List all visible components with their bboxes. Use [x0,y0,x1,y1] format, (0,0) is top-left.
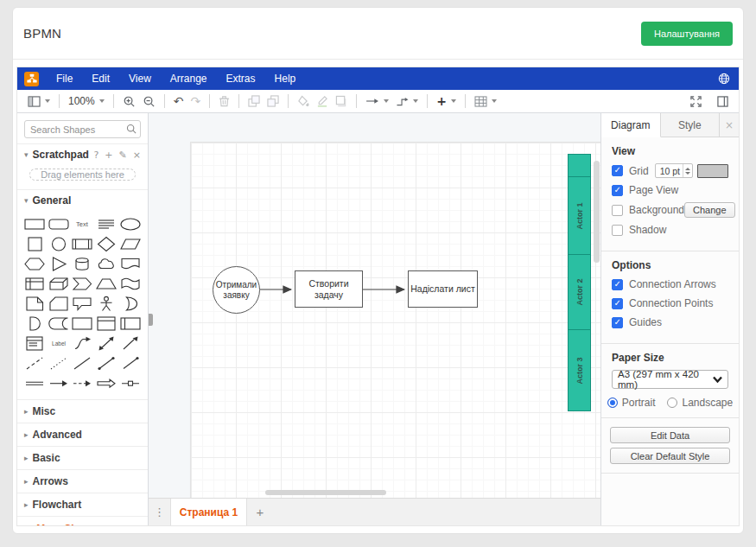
connection-points-checkbox[interactable] [612,298,623,309]
page-tab-1[interactable]: Страница 1 [171,499,247,525]
settings-button[interactable]: Налаштування [641,22,733,46]
tab-diagram[interactable]: Diagram [601,113,661,137]
guides-checkbox[interactable] [612,317,623,328]
scratchpad-close-icon[interactable]: × [133,149,141,161]
fill-color-button[interactable] [294,93,313,109]
shape-label-icon[interactable]: Label [47,334,71,353]
menu-arrange[interactable]: Arrange [161,67,217,90]
lane-actor-1[interactable]: Actor 1 [568,177,591,255]
shape-window-icon[interactable] [94,314,118,333]
panel-close-icon[interactable]: × [720,113,739,137]
more-shapes-button[interactable]: + More Shapes... [17,516,148,525]
landscape-radio[interactable]: Landscape [667,397,733,409]
shape-arrow-icon[interactable] [47,373,71,392]
connection-arrows-checkbox[interactable] [612,279,623,290]
shape-triangle-icon[interactable] [47,254,71,273]
shape-dashed-line-icon[interactable] [22,353,47,372]
page-view-checkbox[interactable] [612,185,623,196]
shape-container-icon[interactable] [71,314,95,333]
sidebar-section-flowchart[interactable]: ▸Flowchart [17,493,148,516]
lane-actor-3[interactable]: Actor 3 [568,330,591,411]
paper-size-select[interactable]: A3 (297 mm x 420 mm) [612,370,728,389]
shape-parallelogram-icon[interactable] [118,234,143,253]
shape-dashed-arrow-icon[interactable] [71,373,95,392]
add-page-button[interactable]: + [247,499,273,525]
delete-button[interactable] [215,93,233,109]
general-section-header[interactable]: ▾ General [17,189,148,211]
menu-edit[interactable]: Edit [82,67,119,90]
search-shapes-input[interactable] [24,120,141,138]
shape-internal-storage-icon[interactable] [22,274,47,293]
menu-file[interactable]: File [47,67,82,90]
shape-square-icon[interactable] [22,234,47,253]
shape-rounded-rectangle-icon[interactable] [47,214,71,233]
zoom-in-button[interactable] [119,93,139,110]
shape-data-storage-icon[interactable] [47,314,71,333]
shape-tape-icon[interactable] [118,274,143,293]
shape-connector-icon[interactable] [118,373,143,392]
view-panels-button[interactable] [24,94,54,109]
swimlane-pool[interactable]: Actor 1 Actor 2 Actor 3 [568,154,591,411]
drawing-canvas[interactable]: Отримали заявку Створити задачу Надіслат… [149,113,600,498]
pool-title-bar[interactable] [568,154,591,177]
shape-note-icon[interactable] [22,294,47,313]
shadow-checkbox[interactable] [612,225,623,236]
scratchpad-dropzone[interactable]: Drag elements here [29,169,136,181]
sidebar-section-advanced[interactable]: ▸Advanced [17,423,148,446]
redo-button[interactable]: ↷ [187,93,204,109]
connection-style-button[interactable] [362,94,392,108]
insert-button[interactable]: + [433,93,460,109]
sidebar-section-arrows[interactable]: ▸Arrows [17,469,148,493]
shape-list-icon[interactable] [22,334,47,353]
language-globe-icon[interactable] [718,73,730,85]
change-background-button[interactable]: Change [684,202,735,218]
zoom-out-button[interactable] [139,93,159,110]
shape-document-icon[interactable] [118,254,143,273]
grid-checkbox[interactable] [612,165,623,176]
shape-line-icon[interactable] [71,353,95,372]
scratchpad-edit-icon[interactable]: ✎ [119,149,127,161]
table-button[interactable] [471,94,500,109]
shape-cube-icon[interactable] [47,274,71,293]
shape-filled-arrow-icon[interactable] [94,373,118,392]
shape-ellipse-icon[interactable] [118,214,143,233]
line-color-button[interactable] [313,93,332,109]
edit-data-button[interactable]: Edit Data [610,427,730,443]
to-back-button[interactable] [264,93,283,109]
shape-trapezoid-icon[interactable] [94,274,118,293]
waypoint-style-button[interactable] [392,94,422,109]
sidebar-section-misc[interactable]: ▸Misc [17,399,148,423]
shape-text-icon[interactable]: Text [71,214,95,233]
scratchpad-help-icon[interactable]: ? [94,149,99,161]
shape-curve-icon[interactable] [71,334,95,353]
node-send-letter[interactable]: Надіслати лист [408,270,478,308]
format-panel-toggle-button[interactable] [714,94,732,109]
shape-callout-icon[interactable] [71,294,95,313]
shape-diamond-icon[interactable] [94,234,118,253]
shape-cloud-icon[interactable] [94,254,118,273]
scratchpad-header[interactable]: ▾ Scratchpad ? + ✎ × [17,143,148,165]
shape-card-icon[interactable] [47,294,71,313]
shadow-button[interactable] [332,93,351,109]
shape-link-icon[interactable] [22,373,47,392]
vertical-scrollbar[interactable] [594,161,600,263]
shape-process-icon[interactable] [71,234,95,253]
shape-circle-icon[interactable] [47,234,71,253]
menu-extras[interactable]: Extras [217,67,265,90]
scratchpad-add-icon[interactable]: + [105,149,112,161]
shape-bidirectional-arrow-icon[interactable] [94,334,118,353]
to-front-button[interactable] [245,93,264,109]
shape-horizontal-container-icon[interactable] [118,314,143,333]
shape-textbox-icon[interactable] [94,214,118,233]
node-start-event[interactable]: Отримали заявку [213,266,260,314]
grid-size-stepper[interactable] [683,164,692,177]
shape-actor-icon[interactable] [94,294,118,313]
shape-dotted-line-icon[interactable] [47,353,71,372]
shape-step-icon[interactable] [71,274,95,293]
lane-actor-2[interactable]: Actor 2 [568,255,591,330]
shape-or-icon[interactable] [118,294,143,313]
grid-color-swatch[interactable] [697,164,728,178]
clear-default-style-button[interactable]: Clear Default Style [610,448,730,464]
undo-button[interactable]: ↶ [170,93,187,109]
grid-size-input[interactable]: 10 pt [655,163,693,178]
